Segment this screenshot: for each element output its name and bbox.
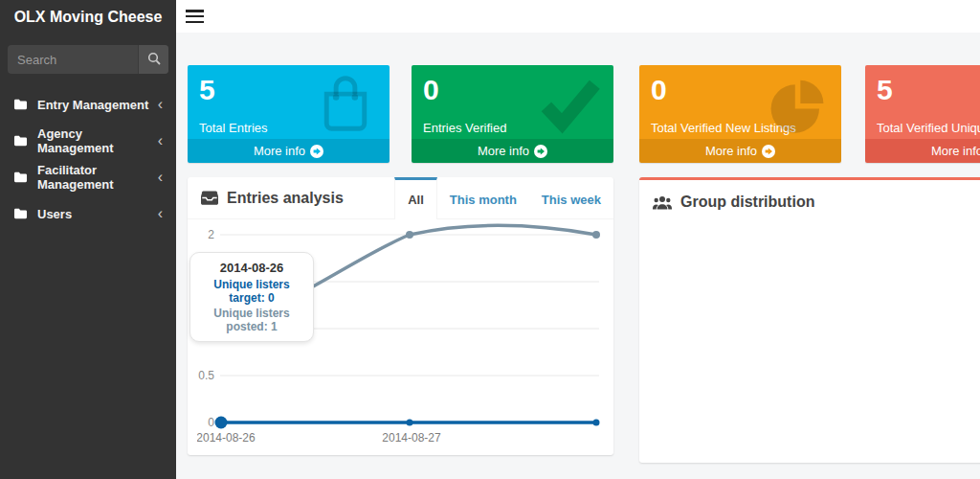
infobox-total-verified-unique: 5 Total Verified Unique More info bbox=[865, 65, 980, 163]
infobox-total-entries: 5 Total Entries More info bbox=[188, 65, 390, 163]
chevron-left-icon bbox=[158, 133, 163, 148]
more-info-link[interactable]: More info bbox=[412, 139, 613, 163]
line-chart[interactable]: 2 1.5 1 0.5 0 2014-08-26 bbox=[188, 219, 613, 454]
more-info-link[interactable]: More info bbox=[865, 139, 980, 163]
y-tick: 2 bbox=[208, 228, 214, 241]
sidebar-item-label: Agency Management bbox=[37, 126, 158, 155]
arrow-circle-right-icon bbox=[310, 145, 323, 158]
panel-header: Group distribution bbox=[639, 180, 980, 224]
infobox-value: 5 bbox=[877, 73, 980, 107]
folder-icon bbox=[13, 134, 28, 148]
y-tick: 0 bbox=[208, 416, 214, 429]
series-posted-point bbox=[406, 231, 413, 239]
x-tick: 2014-08-27 bbox=[382, 431, 441, 445]
hamburger-icon bbox=[186, 21, 204, 24]
search-button[interactable] bbox=[138, 45, 168, 74]
y-tick: 0.5 bbox=[198, 369, 214, 382]
series-target-point-hovered bbox=[215, 417, 228, 429]
tooltip-posted-value: Unique listers posted: 1 bbox=[194, 307, 309, 333]
sidebar-item-label: Facilitator Management bbox=[37, 163, 158, 192]
panel-title: Entries analysis bbox=[227, 190, 344, 207]
sidebar-item-users[interactable]: Users bbox=[0, 195, 176, 232]
sidebar-item-facilitator-management[interactable]: Facilitator Management bbox=[0, 159, 176, 195]
sidebar: OLX Moving Cheese Entry Management bbox=[0, 0, 176, 479]
sidebar-search bbox=[8, 45, 168, 74]
dashboard-root: OLX Moving Cheese Entry Management bbox=[0, 0, 980, 479]
infobox-body: 5 Total Entries bbox=[188, 65, 390, 139]
folder-icon bbox=[13, 171, 28, 184]
infobox-entries-verified: 0 Entries Verified More info bbox=[412, 65, 613, 163]
chevron-left-icon bbox=[158, 206, 163, 221]
more-info-link[interactable]: More info bbox=[188, 139, 390, 163]
infobox-body: 0 Total Verified New Listings bbox=[639, 65, 841, 139]
series-target-point bbox=[407, 420, 413, 426]
more-info-label: More info bbox=[705, 144, 757, 158]
series-target-point bbox=[593, 420, 600, 426]
search-icon bbox=[147, 52, 161, 68]
infobox-total-verified-new-listings: 0 Total Verified New Listings More info bbox=[639, 65, 841, 163]
sidebar-menu: Entry Management Agency Management Facil… bbox=[0, 86, 176, 232]
main-content: 5 Total Entries More info bbox=[176, 33, 980, 479]
app-title: OLX Moving Cheese bbox=[0, 0, 176, 34]
more-info-label: More info bbox=[478, 144, 529, 158]
entries-analysis-panel: Entries analysis All This month This wee… bbox=[188, 177, 613, 455]
chart-range-tabs: All This month This week bbox=[394, 177, 613, 219]
tab-all[interactable]: All bbox=[394, 177, 437, 219]
arrow-circle-right-icon bbox=[762, 145, 775, 158]
group-distribution-body bbox=[639, 224, 980, 460]
shopping-bag-icon bbox=[311, 71, 380, 136]
pie-chart-icon bbox=[763, 71, 832, 136]
checkmark-icon bbox=[535, 71, 604, 136]
x-tick: 2014-08-26 bbox=[197, 431, 256, 445]
more-info-label: More info bbox=[254, 144, 305, 158]
more-info-label: More info bbox=[931, 144, 980, 158]
sidebar-item-label: Entry Management bbox=[37, 98, 148, 112]
infobox-body: 5 Total Verified Unique bbox=[865, 65, 980, 139]
arrow-circle-right-icon bbox=[534, 145, 547, 158]
users-group-icon bbox=[653, 195, 672, 210]
folder-icon bbox=[13, 207, 28, 220]
inbox-icon bbox=[201, 191, 218, 205]
infobox-label: Total Verified Unique bbox=[877, 121, 980, 135]
hamburger-icon bbox=[186, 15, 204, 18]
group-distribution-panel: Group distribution bbox=[639, 177, 980, 463]
sidebar-item-agency-management[interactable]: Agency Management bbox=[0, 123, 176, 159]
tab-this-week[interactable]: This week bbox=[529, 177, 613, 219]
panel-header: Entries analysis All This month This wee… bbox=[188, 177, 613, 219]
folder-icon bbox=[13, 98, 28, 111]
sidebar-item-label: Users bbox=[37, 207, 72, 221]
top-navbar bbox=[176, 0, 980, 33]
infobox-body: 0 Entries Verified bbox=[412, 65, 613, 139]
hamburger-icon bbox=[186, 10, 204, 12]
panel-title: Group distribution bbox=[680, 194, 814, 211]
series-posted-point bbox=[592, 231, 600, 239]
tab-this-month[interactable]: This month bbox=[437, 177, 529, 219]
tooltip-date: 2014-08-26 bbox=[194, 261, 309, 275]
chevron-left-icon bbox=[158, 170, 163, 185]
more-info-link[interactable]: More info bbox=[639, 139, 841, 163]
sidebar-item-entry-management[interactable]: Entry Management bbox=[0, 86, 176, 123]
search-input[interactable] bbox=[8, 45, 138, 74]
sidebar-toggle-button[interactable] bbox=[186, 10, 204, 23]
tooltip-target-value: Unique listers target: 0 bbox=[194, 278, 309, 305]
chevron-left-icon bbox=[158, 97, 163, 112]
chart-tooltip: 2014-08-26 Unique listers target: 0 Uniq… bbox=[189, 252, 314, 342]
